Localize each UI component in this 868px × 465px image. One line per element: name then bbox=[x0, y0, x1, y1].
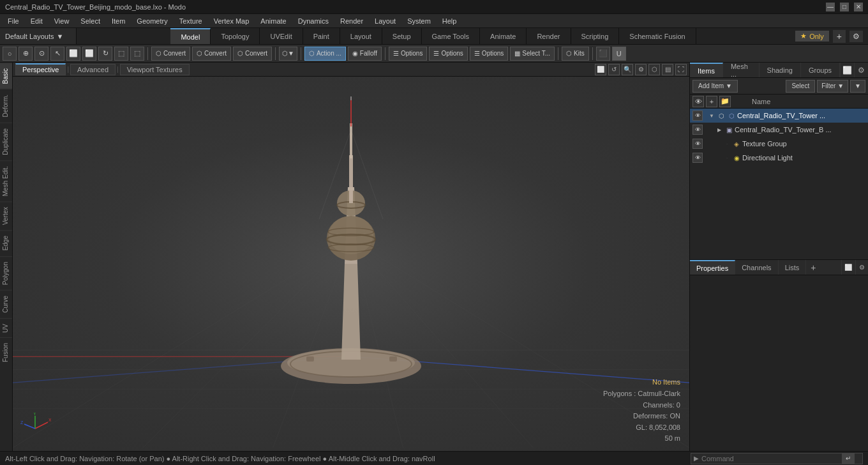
box-btn[interactable]: ⬜ bbox=[66, 47, 80, 61]
vp-zoom-btn[interactable]: 🔍 bbox=[622, 64, 633, 75]
mode-tab-animate[interactable]: Animate bbox=[480, 28, 527, 44]
transform-dropdown[interactable]: ⬡ ▼ bbox=[279, 47, 297, 61]
menu-item-edit[interactable]: Edit bbox=[26, 16, 48, 26]
menu-item-layout[interactable]: Layout bbox=[370, 16, 401, 26]
convert-btn-3[interactable]: ⬡ Convert bbox=[233, 47, 272, 61]
sphere-btn[interactable]: ⬜ bbox=[82, 47, 96, 61]
vp-split-btn[interactable]: ▤ bbox=[662, 64, 673, 75]
menu-item-item[interactable]: Item bbox=[107, 16, 130, 26]
panel-tab-groups[interactable]: Groups bbox=[801, 63, 840, 77]
transform-btn[interactable]: ⬚ bbox=[130, 47, 144, 61]
mode-tab-schematic-fusion[interactable]: Schematic Fusion bbox=[619, 28, 696, 44]
vp-fullscreen-btn[interactable]: ⛶ bbox=[675, 64, 687, 75]
props-plus-btn[interactable]: + bbox=[806, 260, 820, 275]
props-maximize-btn[interactable]: ⬜ bbox=[841, 260, 854, 275]
left-tab-curve[interactable]: Curve bbox=[0, 290, 12, 318]
maximize-button[interactable]: □ bbox=[840, 3, 849, 11]
left-tab-uv[interactable]: UV bbox=[0, 318, 12, 338]
mode-tab-render[interactable]: Render bbox=[527, 28, 571, 44]
panel-expand-btn[interactable]: ⬜ bbox=[840, 63, 854, 77]
menu-item-vertex map[interactable]: Vertex Map bbox=[209, 16, 255, 26]
convert-btn-2[interactable]: ⬡ Convert bbox=[192, 47, 231, 61]
filter-btn[interactable]: Filter ▼ bbox=[817, 80, 848, 93]
panel-tab-items[interactable]: Items bbox=[690, 63, 723, 77]
props-gear-btn[interactable]: ⚙ bbox=[855, 260, 868, 275]
add-item-btn[interactable]: Add Item ▼ bbox=[692, 80, 738, 93]
vp-expand-btn[interactable]: ⬡ bbox=[648, 64, 660, 75]
vp-tab-advanced[interactable]: Advanced bbox=[70, 64, 116, 75]
menu-item-view[interactable]: View bbox=[49, 16, 75, 26]
settings-button[interactable]: ⚙ bbox=[849, 31, 863, 42]
mode-tab-layout[interactable]: Layout bbox=[340, 28, 382, 44]
scale-btn[interactable]: ⬚ bbox=[114, 47, 128, 61]
add-tab-button[interactable]: + bbox=[833, 30, 846, 43]
extra-icon-1[interactable]: ⬛ bbox=[596, 47, 610, 61]
menu-item-geometry[interactable]: Geometry bbox=[131, 16, 172, 26]
tree-eye-mesh[interactable]: 👁 bbox=[692, 125, 703, 135]
panel-tab-mesh[interactable]: Mesh ... bbox=[723, 63, 760, 77]
menu-item-help[interactable]: Help bbox=[437, 16, 462, 26]
mode-tab-topology[interactable]: Topology bbox=[211, 28, 260, 44]
tree-item-mesh[interactable]: 👁 ▶ ▣ Central_Radio_TV_Tower_B ... bbox=[690, 123, 868, 137]
left-tab-basic[interactable]: Basic bbox=[0, 63, 12, 89]
convert-btn-1[interactable]: ⬡ Convert bbox=[151, 47, 190, 61]
menu-item-dynamics[interactable]: Dynamics bbox=[293, 16, 334, 26]
left-tab-vertex[interactable]: Vertex bbox=[0, 201, 12, 230]
tree-eye-dirlight[interactable]: 👁 bbox=[692, 153, 703, 163]
left-tab-polygon[interactable]: Polygon bbox=[0, 256, 12, 290]
tree-item-dirlight[interactable]: 👁 · ◉ Directional Light bbox=[690, 151, 868, 165]
options-btn-3[interactable]: ☰ Options bbox=[470, 47, 508, 61]
left-tab-duplicate[interactable]: Duplicate bbox=[0, 123, 12, 160]
left-tab-deform[interactable]: Deform. bbox=[0, 89, 12, 123]
tree-item-texgrp[interactable]: 👁 · ◈ Texture Group bbox=[690, 137, 868, 151]
falloff-btn[interactable]: ◉ Falloff bbox=[348, 47, 382, 61]
vp-maximize-btn[interactable]: ⬜ bbox=[595, 64, 606, 75]
mode-tab-model[interactable]: Model bbox=[170, 28, 211, 44]
move-btn[interactable]: ↖ bbox=[50, 47, 64, 61]
layout-selector[interactable]: Default Layouts ▼ bbox=[0, 28, 77, 44]
menu-item-animate[interactable]: Animate bbox=[255, 16, 291, 26]
tree-arrow-mesh[interactable]: ▶ bbox=[715, 126, 723, 133]
items-folder-btn[interactable]: 📁 bbox=[719, 96, 731, 107]
mode-tab-setup[interactable]: Setup bbox=[382, 28, 422, 44]
props-tab-properties[interactable]: Properties bbox=[690, 260, 735, 275]
command-send-btn[interactable]: ↵ bbox=[842, 453, 855, 464]
items-eye-btn[interactable]: 👁 bbox=[692, 96, 704, 107]
menu-item-system[interactable]: System bbox=[402, 16, 436, 26]
vp-reset-btn[interactable]: ↺ bbox=[608, 64, 620, 75]
mode-tab-game-tools[interactable]: Game Tools bbox=[422, 28, 481, 44]
extra-icon-2[interactable]: U bbox=[612, 47, 626, 61]
items-add-btn[interactable]: + bbox=[706, 96, 717, 107]
menu-item-texture[interactable]: Texture bbox=[174, 16, 207, 26]
kits-btn[interactable]: ⬡ Kits bbox=[562, 47, 589, 61]
3d-viewport[interactable]: No Items Polygons : Catmull-Clark Channe… bbox=[13, 77, 689, 451]
tree-eye-root[interactable]: 👁 bbox=[692, 111, 703, 121]
select-btn[interactable]: Select bbox=[786, 80, 815, 93]
vp-tab-perspective[interactable]: Perspective bbox=[15, 63, 66, 75]
tree-arrow-root[interactable]: ▼ bbox=[708, 112, 715, 119]
panel-tab-shading[interactable]: Shading bbox=[760, 63, 801, 77]
options-btn-2[interactable]: ☰ Options bbox=[429, 47, 467, 61]
options-btn-1[interactable]: ☰ Options bbox=[389, 47, 427, 61]
select-type-btn[interactable]: ▦ Select T... bbox=[510, 47, 555, 61]
props-tab-channels[interactable]: Channels bbox=[735, 260, 778, 275]
action-btn[interactable]: ⬡ Action ... bbox=[304, 47, 346, 61]
rotate-btn[interactable]: ↻ bbox=[98, 47, 112, 61]
left-tab-fusion[interactable]: Fusion bbox=[0, 337, 12, 367]
left-tab-mesh-edit[interactable]: Mesh Edit. bbox=[0, 160, 12, 201]
tree-eye-texgrp[interactable]: 👁 bbox=[692, 139, 703, 149]
mode-tab-paint[interactable]: Paint bbox=[303, 28, 340, 44]
mode-tab-scripting[interactable]: Scripting bbox=[571, 28, 620, 44]
minimize-button[interactable]: — bbox=[826, 3, 835, 11]
left-tab-edge[interactable]: Edge bbox=[0, 230, 12, 255]
lasso-btn[interactable]: ⊙ bbox=[34, 47, 49, 61]
menu-item-render[interactable]: Render bbox=[335, 16, 368, 26]
vp-tab-viewport-textures[interactable]: Viewport Textures bbox=[120, 64, 190, 75]
close-button[interactable]: ✕ bbox=[854, 3, 863, 11]
panel-settings-btn[interactable]: ⚙ bbox=[854, 63, 868, 77]
menu-item-file[interactable]: File bbox=[3, 16, 24, 26]
command-input[interactable] bbox=[701, 455, 842, 462]
options-dropdown-btn[interactable]: ▼ bbox=[850, 80, 865, 93]
mode-tab-uvedit[interactable]: UVEdit bbox=[260, 28, 303, 44]
select-mode-btn[interactable]: ○ bbox=[3, 47, 17, 61]
